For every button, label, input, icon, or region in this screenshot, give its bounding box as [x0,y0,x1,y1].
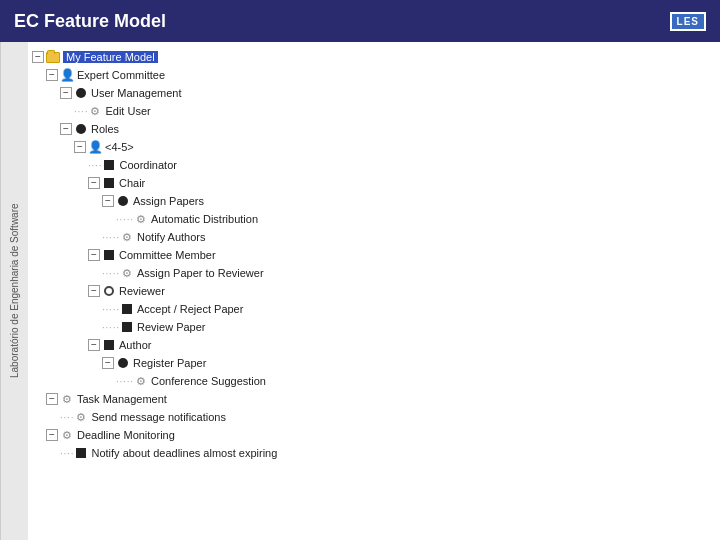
logo: LES [670,12,706,31]
node-send-notifications: Send message notifications [91,411,226,423]
node-review-paper: Review Paper [137,321,205,333]
gear-icon-conference: ⚙ [134,374,148,388]
tree-row-chair[interactable]: − Chair [32,174,716,192]
node-roles: Roles [91,123,119,135]
tree-row-edit-user[interactable]: · · · · ⚙ Edit User [32,102,716,120]
tree-row-coordinator[interactable]: · · · · Coordinator [32,156,716,174]
node-author: Author [119,339,151,351]
node-edit-user: Edit User [105,105,150,117]
gear-icon-assign-reviewer: ⚙ [120,266,134,280]
node-task-management: Task Management [77,393,167,405]
node-assign-papers: Assign Papers [133,195,204,207]
expand-user-management[interactable]: − [60,87,72,99]
tree-row-task-management[interactable]: − ⚙ Task Management [32,390,716,408]
gear-icon-notify: ⚙ [120,230,134,244]
gear-icon-task: ⚙ [60,392,74,406]
gear-icon-send-notif: ⚙ [74,410,88,424]
tree-row-reviewer[interactable]: − Reviewer [32,282,716,300]
expand-root[interactable]: − [32,51,44,63]
node-chair: Chair [119,177,145,189]
node-notify-deadlines: Notify about deadlines almost expiring [91,447,277,459]
node-accept-reject: Accept / Reject Paper [137,303,243,315]
person-icon: 👤 [60,68,74,82]
expand-chair[interactable]: − [88,177,100,189]
circle-filled-icon-assign [116,194,130,208]
square-hollow-icon-reviewer [102,284,116,298]
sidebar-label: Laboratório de Engenharia de Software [0,42,28,540]
expand-reviewer[interactable]: − [88,285,100,297]
expand-expert-committee[interactable]: − [46,69,58,81]
tree-row-committee-member[interactable]: − Committee Member [32,246,716,264]
tree-row-root[interactable]: − My Feature Model [32,48,716,66]
tree-row-send-notifications[interactable]: · · · · ⚙ Send message notifications [32,408,716,426]
expand-roles[interactable]: − [60,123,72,135]
tree-row-user-management[interactable]: − User Management [32,84,716,102]
tree-row-notify-deadlines[interactable]: · · · · Notify about deadlines almost ex… [32,444,716,462]
node-coordinator: Coordinator [119,159,176,171]
expand-4-5[interactable]: − [74,141,86,153]
page-title: EC Feature Model [14,11,166,32]
node-reviewer: Reviewer [119,285,165,297]
expand-committee-member[interactable]: − [88,249,100,261]
node-expert-committee: Expert Committee [77,69,165,81]
expand-deadline-monitoring[interactable]: − [46,429,58,441]
node-user-management: User Management [91,87,182,99]
tree-area: − My Feature Model − 👤 Expert Committee … [28,42,720,540]
square-black-icon-committee [102,248,116,262]
tree-row-assign-paper-reviewer[interactable]: · · · · · ⚙ Assign Paper to Reviewer [32,264,716,282]
gear-icon-deadline: ⚙ [60,428,74,442]
node-notify-authors: Notify Authors [137,231,205,243]
tree-row-automatic-distribution[interactable]: · · · · · ⚙ Automatic Distribution [32,210,716,228]
square-black-icon-accept [120,302,134,316]
tree-row-4-5[interactable]: − 👤 <4-5> [32,138,716,156]
node-deadline-monitoring: Deadline Monitoring [77,429,175,441]
square-black-icon-deadline [74,446,88,460]
square-black-icon-review [120,320,134,334]
folder-icon [46,50,60,64]
tree-row-conference-suggestion[interactable]: · · · · · ⚙ Conference Suggestion [32,372,716,390]
node-conference-suggestion: Conference Suggestion [151,375,266,387]
gear-icon-auto-dist: ⚙ [134,212,148,226]
expand-register-paper[interactable]: − [102,357,114,369]
expand-task-management[interactable]: − [46,393,58,405]
tree-row-register-paper[interactable]: − Register Paper [32,354,716,372]
circle-filled-icon-roles [74,122,88,136]
circle-filled-icon [74,86,88,100]
tree-row-review-paper[interactable]: · · · · · Review Paper [32,318,716,336]
tree-row-expert-committee[interactable]: − 👤 Expert Committee [32,66,716,84]
tree-row-assign-papers[interactable]: − Assign Papers [32,192,716,210]
square-black-icon-coordinator [102,158,116,172]
tree-row-deadline-monitoring[interactable]: − ⚙ Deadline Monitoring [32,426,716,444]
node-automatic-distribution: Automatic Distribution [151,213,258,225]
tree-row-roles[interactable]: − Roles [32,120,716,138]
expand-assign-papers[interactable]: − [102,195,114,207]
tree-row-accept-reject[interactable]: · · · · · Accept / Reject Paper [32,300,716,318]
gear-icon-edit-user: ⚙ [88,104,102,118]
square-black-icon-chair [102,176,116,190]
tree-row-notify-authors[interactable]: · · · · · ⚙ Notify Authors [32,228,716,246]
node-committee-member: Committee Member [119,249,216,261]
circle-filled-icon-register [116,356,130,370]
node-4-5: <4-5> [105,141,134,153]
node-register-paper: Register Paper [133,357,206,369]
square-black-icon-author [102,338,116,352]
person-icon-4-5: 👤 [88,140,102,154]
node-assign-paper-reviewer: Assign Paper to Reviewer [137,267,264,279]
tree-row-author[interactable]: − Author [32,336,716,354]
node-my-feature-model: My Feature Model [63,51,158,63]
header: EC Feature Model LES [0,0,720,42]
expand-author[interactable]: − [88,339,100,351]
